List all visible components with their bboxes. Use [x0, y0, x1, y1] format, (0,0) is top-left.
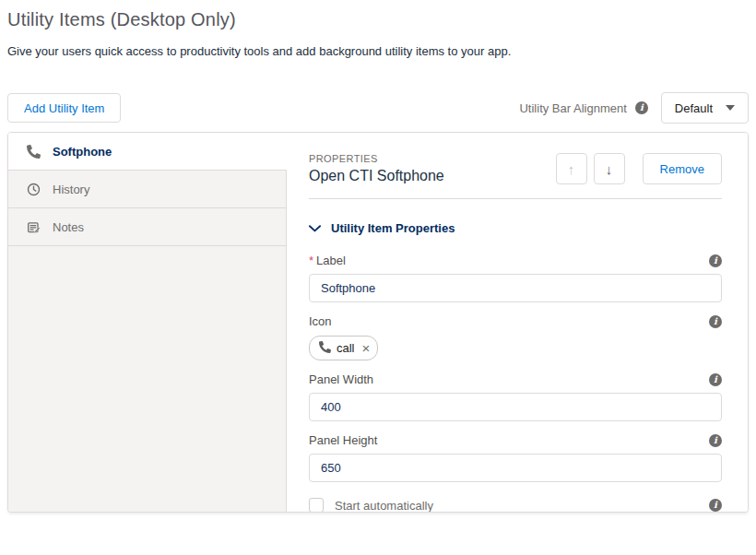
- info-icon[interactable]: i: [709, 254, 722, 267]
- info-icon[interactable]: i: [709, 315, 722, 328]
- icon-field-label: Icon: [309, 314, 332, 328]
- toolbar: Add Utility Item Utility Bar Alignment i…: [7, 92, 749, 124]
- panel-width-input[interactable]: [309, 393, 722, 421]
- sidebar-item-label: Softphone: [53, 145, 112, 159]
- utility-items-panel: Softphone History Notes PROPERTIES O: [7, 132, 749, 513]
- info-icon[interactable]: i: [709, 434, 722, 447]
- sidebar-item-notes[interactable]: Notes: [8, 208, 286, 246]
- start-automatically-control: Start automatically: [309, 498, 433, 513]
- alignment-dropdown[interactable]: Default: [661, 92, 749, 124]
- icon-pill-label: call: [337, 341, 355, 355]
- header-divider: [309, 198, 722, 199]
- alignment-selected-value: Default: [675, 101, 713, 115]
- properties-heading-block: PROPERTIES Open CTI Softphone: [309, 153, 444, 184]
- label-field-row: *Label i: [309, 254, 722, 267]
- arrow-down-icon: ↓: [606, 162, 613, 176]
- utility-item-properties-section-toggle[interactable]: Utility Item Properties: [309, 221, 722, 235]
- remove-button[interactable]: Remove: [643, 153, 722, 184]
- info-icon[interactable]: i: [709, 373, 722, 386]
- properties-header: PROPERTIES Open CTI Softphone ↑ ↓ Remove: [309, 153, 722, 184]
- sidebar-item-history[interactable]: History: [8, 171, 286, 208]
- page-title: Utility Items (Desktop Only): [7, 9, 749, 30]
- properties-eyebrow: PROPERTIES: [309, 153, 444, 164]
- note-icon: [26, 220, 41, 234]
- move-down-button[interactable]: ↓: [594, 153, 625, 184]
- add-utility-item-button[interactable]: Add Utility Item: [7, 93, 121, 123]
- info-icon[interactable]: i: [709, 499, 722, 512]
- phone-icon: [319, 340, 331, 357]
- label-input[interactable]: [309, 274, 722, 302]
- panel-height-row: Panel Height i: [309, 433, 722, 447]
- sidebar-filler: [8, 246, 286, 512]
- panel-width-label: Panel Width: [309, 372, 373, 386]
- page-subtitle: Give your users quick access to producti…: [7, 44, 749, 58]
- section-title: Utility Item Properties: [331, 221, 455, 235]
- sidebar-item-softphone[interactable]: Softphone: [8, 133, 287, 171]
- required-asterisk: *: [309, 254, 313, 267]
- utility-items-page: Utility Items (Desktop Only) Give your u…: [0, 0, 756, 513]
- start-automatically-label: Start automatically: [335, 499, 433, 513]
- panel-width-row: Panel Width i: [309, 372, 722, 386]
- arrow-up-icon: ↑: [568, 162, 575, 176]
- phone-icon: [26, 145, 41, 159]
- panel-height-label: Panel Height: [309, 433, 377, 447]
- caret-down-icon: [726, 105, 735, 111]
- clock-icon: [26, 183, 41, 196]
- sidebar-item-label: Notes: [53, 220, 84, 234]
- info-icon[interactable]: i: [635, 101, 648, 114]
- properties-actions: ↑ ↓ Remove: [556, 153, 722, 184]
- alignment-group: Utility Bar Alignment i Default: [519, 92, 749, 124]
- utility-bar-alignment-label: Utility Bar Alignment: [519, 101, 626, 115]
- chevron-down-icon: [309, 221, 321, 235]
- properties-title: Open CTI Softphone: [309, 168, 444, 184]
- label-field-label: *Label: [309, 254, 346, 267]
- panel-height-input[interactable]: [309, 454, 722, 482]
- utility-items-list: Softphone History Notes: [8, 133, 287, 512]
- icon-field-row: Icon i: [309, 314, 722, 328]
- sidebar-item-label: History: [53, 183, 89, 196]
- icon-pill[interactable]: call ×: [309, 336, 378, 360]
- move-up-button[interactable]: ↑: [556, 153, 587, 184]
- start-automatically-checkbox[interactable]: [309, 498, 324, 513]
- start-automatically-row: Start automatically i: [309, 498, 722, 513]
- close-icon[interactable]: ×: [362, 341, 371, 355]
- properties-pane: PROPERTIES Open CTI Softphone ↑ ↓ Remove…: [287, 133, 748, 512]
